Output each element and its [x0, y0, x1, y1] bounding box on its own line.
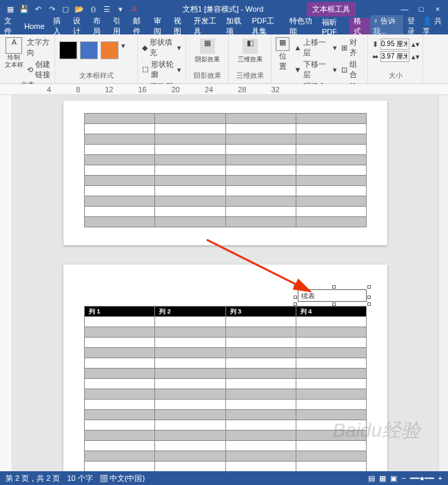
shape-outline-button[interactable]: ☐ 形状轮廓 ▾: [142, 59, 181, 80]
group-button[interactable]: ⊡ 组合: [341, 59, 363, 80]
tab-pdf-tools[interactable]: PDF工具集: [247, 18, 285, 34]
view-read-icon[interactable]: ▤: [368, 474, 375, 483]
zoom-slider[interactable]: ━━●━━: [410, 474, 434, 483]
group-label-3d: 三维效果: [233, 71, 267, 81]
style-swatch-orange[interactable]: [101, 41, 119, 59]
3d-effects-button[interactable]: ◧ 三维效果: [233, 37, 267, 64]
window-controls: — □ ×: [397, 5, 448, 13]
save-icon[interactable]: 💾: [19, 4, 29, 14]
open-icon[interactable]: 📂: [74, 4, 84, 14]
style-swatch-blue[interactable]: [80, 41, 98, 59]
view-print-icon[interactable]: ▦: [379, 474, 386, 483]
vertical-ruler[interactable]: [0, 95, 12, 471]
style-gallery-more-icon[interactable]: ▾: [121, 41, 125, 59]
shadow-effects-button[interactable]: ▦ 阴影效果: [190, 37, 224, 64]
contextual-tab-label: 文本框工具: [307, 2, 356, 17]
height-stepper-icon[interactable]: ▴▾: [411, 40, 420, 49]
tab-foxit-pdf[interactable]: 福昕PDF: [318, 18, 349, 34]
tab-addins[interactable]: 加载项: [222, 18, 248, 34]
tab-format[interactable]: 格式: [349, 18, 369, 34]
close-button[interactable]: ×: [430, 5, 445, 13]
width-input[interactable]: [380, 51, 409, 62]
word-icon: ▦: [6, 4, 15, 14]
pages-scroll[interactable]: 续表 列 1 列 2 列 3 列 4: [12, 95, 438, 471]
table-header: 列 1: [85, 307, 155, 317]
annotation-arrow: [207, 240, 331, 310]
window-title: 文档1 [兼容模式] - Word: [139, 4, 307, 14]
table-page1[interactable]: [84, 113, 367, 227]
minimize-button[interactable]: —: [397, 5, 412, 13]
group-label-size: 大小: [372, 71, 418, 81]
tab-features[interactable]: 特色功能: [285, 18, 317, 34]
tab-layout[interactable]: 布局: [89, 18, 109, 34]
print-icon[interactable]: ⎙: [88, 4, 98, 14]
ribbon: A 绘制 文本框 文字方向 ⟲创建链接 文本 ▾ 文本框样式 ◆ 形状填充 ▾: [0, 34, 448, 84]
table-page2[interactable]: 列 1 列 2 列 3 列 4: [84, 306, 367, 471]
height-icon: ⬍: [372, 40, 378, 49]
group-label-shadow: 阴影效果: [190, 71, 224, 81]
bring-forward-button[interactable]: ▲ 上移一层 ▾: [294, 37, 338, 58]
touch-icon[interactable]: ☰: [102, 4, 112, 14]
document-area: 续表 列 1 列 2 列 3 列 4: [0, 95, 448, 471]
tab-references[interactable]: 引用: [109, 18, 129, 34]
login-link[interactable]: 登录: [407, 16, 418, 37]
tab-insert[interactable]: 插入: [49, 18, 69, 34]
tab-mailings[interactable]: 邮件: [129, 18, 149, 34]
tab-review[interactable]: 审阅: [150, 18, 170, 34]
height-input[interactable]: [380, 39, 409, 50]
maximize-button[interactable]: □: [414, 5, 429, 13]
vertical-scrollbar[interactable]: [438, 95, 448, 471]
view-web-icon[interactable]: ▣: [390, 474, 397, 483]
status-bar: 第 2 页，共 2 页 10 个字 ▦ 中文(中国) ▤ ▦ ▣ − ━━●━━…: [0, 471, 448, 485]
zoom-out-icon[interactable]: −: [401, 474, 405, 482]
quick-access-toolbar: ▦ 💾 ↶ ↷ ▢ 📂 ⎙ ☰ ▾ A: [0, 4, 139, 14]
tab-developer[interactable]: 开发工具: [190, 18, 221, 34]
zoom-in-icon[interactable]: +: [438, 474, 442, 482]
share-button[interactable]: 👤 共享: [422, 16, 442, 37]
style-swatch-black[interactable]: [59, 41, 77, 59]
align-button[interactable]: ⊞ 对齐: [341, 37, 363, 58]
ribbon-tabs: 文件 Home 插入 设计 布局 引用 邮件 审阅 视图 开发工具 加载项 PD…: [0, 18, 448, 34]
qat-dropdown-icon[interactable]: ▾: [116, 4, 125, 14]
status-word-count[interactable]: 10 个字: [67, 473, 92, 484]
horizontal-ruler[interactable]: 4 8 12 16 20 24 28 32: [0, 84, 448, 95]
create-link-button[interactable]: ⟲创建链接: [27, 59, 50, 80]
tell-me-search[interactable]: ♀ 告诉我...: [370, 15, 403, 37]
status-language[interactable]: ▦ 中文(中国): [100, 473, 145, 484]
text-direction-button[interactable]: 文字方向: [27, 37, 50, 58]
tab-home[interactable]: Home: [20, 18, 48, 34]
group-label-styles: 文本框样式: [59, 71, 133, 81]
undo-icon[interactable]: ↶: [33, 4, 43, 14]
new-icon[interactable]: ▢: [61, 4, 70, 14]
draw-textbox-button[interactable]: A 绘制 文本框: [4, 37, 24, 80]
tab-view[interactable]: 视图: [170, 18, 190, 34]
width-input-row: ⬌ ▴▾: [372, 51, 418, 62]
send-backward-button[interactable]: ▼ 下移一层 ▾: [294, 59, 338, 80]
status-page[interactable]: 第 2 页，共 2 页: [6, 473, 60, 484]
height-input-row: ⬍ ▴▾: [372, 39, 418, 50]
redo-icon[interactable]: ↷: [47, 4, 57, 14]
font-color-icon[interactable]: A: [130, 4, 139, 14]
shape-fill-button[interactable]: ◆ 形状填充 ▾: [142, 37, 181, 58]
width-stepper-icon[interactable]: ▴▾: [411, 52, 420, 61]
page-1: [63, 101, 387, 245]
svg-line-0: [207, 240, 310, 291]
tab-design[interactable]: 设计: [69, 18, 89, 34]
tab-file[interactable]: 文件: [0, 18, 20, 34]
width-icon: ⬌: [372, 52, 378, 61]
